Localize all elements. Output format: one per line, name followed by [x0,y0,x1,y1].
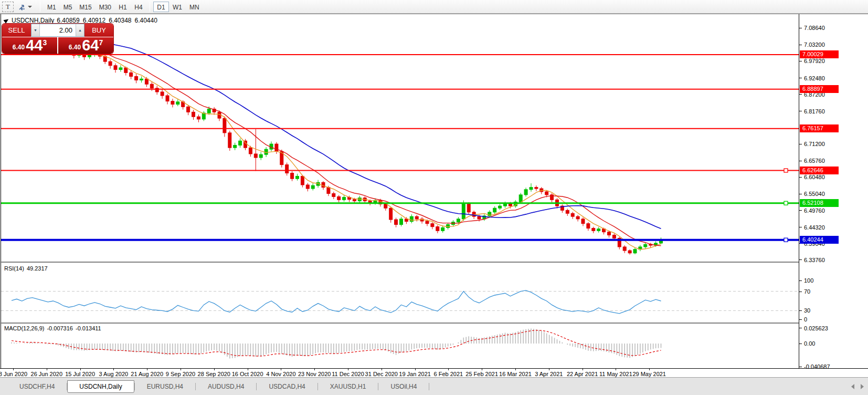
close-value: 6.40440 [135,17,157,24]
date-label: 26 Jun 2020 [31,371,63,377]
date-tick-mark [448,369,449,370]
timeframe-button-m30[interactable]: M30 [96,2,115,12]
date-tick-mark [281,369,281,370]
timeframe-button-mn[interactable]: MN [186,2,203,12]
date-label: 11 May 2021 [599,371,632,377]
volume-decrease-button[interactable]: ▼ [31,24,40,36]
price-tick-mark [799,210,802,211]
date-label: 25 Feb 2021 [465,371,498,377]
rsi-tick-label: 30 [804,307,810,314]
buy-price-point: 7 [99,38,103,47]
volume-stepper: ▼ 2.00 ▲ [31,24,84,37]
sell-price-pips: 44 [26,38,43,53]
timeframe-button-m1[interactable]: M1 [44,2,60,12]
price-tick-mark [799,259,802,260]
sell-button[interactable]: SELL [2,24,31,37]
date-tick-mark [248,369,248,370]
buy-button[interactable]: BUY [84,24,113,37]
date-label: 31 Dec 2020 [365,371,398,377]
rsi-tick-mark [799,310,802,311]
date-tick-mark [147,369,147,370]
date-tick-mark [314,369,315,370]
date-tick-mark [113,369,114,370]
timeframe-button-m5[interactable]: M5 [60,2,76,12]
date-tick-mark [47,369,47,370]
timeframe-button-w1[interactable]: W1 [169,2,186,12]
macd-tick-label: 0.00 [804,340,815,347]
date-label: 16 Mar 2021 [499,371,532,377]
chart-tab-xauusd-h1[interactable]: XAUUSD,H1 [318,380,378,393]
timeframe-button-h1[interactable]: H1 [115,2,131,12]
price-tick-label: 6.60480 [804,173,825,181]
level-price-label: 6.52108 [800,199,839,207]
arrow-objects-button[interactable] [18,2,37,12]
chart-window: USDCNH,Daily 6.40859 6.40912 6.40348 6.4… [0,14,868,377]
chart-symbol-period: USDCNH,Daily [12,17,54,24]
spinner-up-icon: ▲ [78,28,82,32]
volume-input[interactable]: 2.00 [40,24,76,36]
date-tick-mark [80,369,81,370]
text-tool-icon: T [6,3,10,11]
chart-tab-usdchf-h4[interactable]: USDCHF,H4 [7,380,67,393]
chart-tab-usdcad-h4[interactable]: USDCAD,H4 [257,380,317,393]
price-tick-label: 6.92480 [804,75,825,82]
price-tick-mark [799,94,802,95]
date-label: 11 Dec 2020 [332,371,364,377]
rsi-tick-label: 0 [804,316,807,323]
rsi-pane[interactable] [1,263,799,322]
date-tick-mark [616,369,616,370]
chart-tab-eurusd-h4[interactable]: EURUSD,H4 [135,380,195,393]
mt4-terminal: { "toolbar": { "text_tool": "T", "timefr… [0,0,868,395]
tab-scroll-right-icon[interactable] [861,384,864,389]
top-toolbar: T M1M5M15M30H1H4D1W1MN [0,0,868,14]
level-line-handle[interactable] [784,201,788,205]
price-tick-mark [799,161,802,161]
date-tick-mark [549,369,549,370]
low-value: 6.40348 [109,17,131,24]
buy-price-base: 6.40 [69,44,81,51]
text-tool-button[interactable]: T [2,2,14,12]
price-tick-mark [799,61,802,61]
price-tick-label: 6.65760 [804,157,825,164]
macd-pane[interactable] [1,324,799,368]
timeframe-button-m15[interactable]: M15 [76,2,95,12]
date-label: 8 Jun 2020 [0,371,27,377]
price-tick-mark [799,111,802,111]
rsi-indicator-value: 49.2317 [27,265,48,272]
date-tick-mark [214,369,215,370]
pane-separator[interactable] [0,262,868,263]
macd-signal-value: -0.013411 [76,325,101,331]
level-line-handle[interactable] [784,238,788,242]
date-label: 3 Apr 2021 [535,371,563,377]
level-price-label: 6.88897 [800,85,839,93]
date-tick-mark [348,369,348,370]
level-price-label: 6.76157 [800,124,839,132]
chart-tab-usdcnh-daily[interactable]: USDCNH,Daily [67,380,134,393]
macd-tick-mark [799,367,802,367]
price-chart-pane[interactable] [1,15,799,262]
date-tick-mark [415,369,416,370]
date-tick-mark [482,369,482,370]
chart-tab-audusd-h4[interactable]: AUDUSD,H4 [196,380,256,393]
level-price-label: 6.40244 [800,236,839,244]
level-line-handle[interactable] [784,169,788,172]
tab-scroll-left-icon[interactable] [851,384,854,389]
price-tick-mark [799,177,802,178]
date-tick-mark [13,369,14,370]
price-tick-label: 7.08640 [804,24,825,32]
timeframe-button-h4[interactable]: H4 [131,2,146,12]
date-label: 9 Sep 2020 [166,371,195,377]
timeframe-button-d1[interactable]: D1 [153,2,169,12]
rsi-indicator-name: RSI(14) [4,265,24,272]
toolbar-separator [40,2,40,12]
price-tick-label: 6.49760 [804,207,825,214]
macd-tick-mark [799,344,802,344]
date-label: 19 Jan 2021 [399,371,431,377]
buy-button-label: BUY [92,26,106,34]
volume-increase-button[interactable]: ▲ [76,24,84,36]
buy-price-box[interactable]: 6.40 64 7 [58,37,113,54]
chart-tab-bar: USDCHF,H4USDCNH,DailyEURUSD,H4AUDUSD,H4U… [0,377,868,395]
sell-price-box[interactable]: 6.40 44 3 [2,37,57,54]
open-value: 6.40859 [57,17,79,24]
chart-tab-usoil-h4[interactable]: USOil,H4 [378,380,429,393]
